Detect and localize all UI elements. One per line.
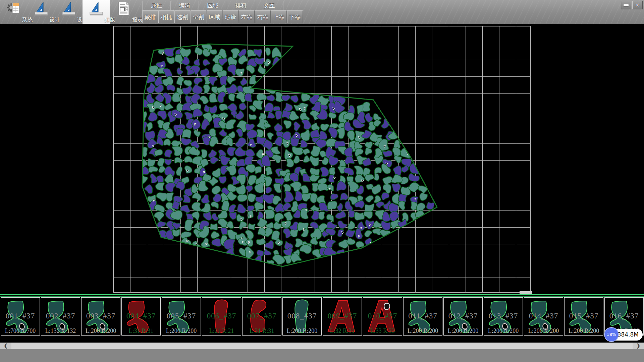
piece-thumbnail-014_#37[interactable]: 014_#37 L:200 R:200	[524, 297, 563, 336]
piece-name: 002_#37	[41, 312, 80, 320]
window-controls: ✕	[621, 1, 643, 9]
piece-thumbnail-011_#37[interactable]: 011_#37 L:200 R:200	[403, 297, 442, 336]
piece-lr-count: L:200 R:200	[565, 327, 603, 335]
leather-hide-nesting	[0, 24, 644, 294]
piece-name: 014_#37	[524, 312, 563, 320]
status-bar	[0, 349, 644, 362]
tool-button-7[interactable]: 左靠	[239, 10, 255, 23]
piece-thumbnail-015_#37[interactable]: 015_#37 L:200 R:200	[564, 297, 603, 336]
horizontal-scrollbar[interactable]: ❮ ❯	[0, 343, 644, 349]
piece-name: 008_#37	[283, 312, 321, 320]
piece-thumbnail-009_#37[interactable]: 009_#37 L:32 R:31	[323, 297, 362, 336]
piece-thumbnail-012_#37[interactable]: 012_#37 L:200 R:200	[443, 297, 483, 336]
app-window: { "window": { "controls": { "minimize": …	[0, 0, 644, 362]
piece-name: 011_#37	[404, 312, 442, 320]
tool-button-6[interactable]: 瑕疵	[223, 10, 238, 23]
tool-button-8[interactable]: 右靠	[255, 10, 271, 23]
main-button-bar: 系统 设计 设置 排版	[0, 0, 138, 24]
piece-lr-count: L:33 R:33	[363, 327, 402, 335]
main-button-4[interactable]: 排版	[83, 0, 110, 24]
piece-name: 007_#37	[243, 312, 281, 320]
panel-top-border-inner	[0, 296, 644, 297]
piece-name: 004_#37	[122, 312, 160, 320]
piece-name: 015_#37	[565, 312, 603, 320]
tool-button-2[interactable]: 相机	[158, 10, 174, 23]
piece-lr-count: L:200 R:200	[524, 327, 563, 335]
menu-button-5[interactable]: 交互	[255, 1, 283, 10]
report-icon	[116, 1, 131, 18]
main-button-2[interactable]: 设计	[28, 0, 55, 24]
menu-button-2[interactable]: 编辑	[171, 1, 199, 10]
piece-lr-count: L:700 R:700	[1, 327, 40, 335]
piece-lr-count: L:31 R:31	[243, 327, 281, 335]
piece-lr-count: L:32 R:31	[323, 327, 362, 335]
memory-usage-badge[interactable]: 38% 384.8M	[606, 329, 643, 341]
piece-thumbnail-010_#37[interactable]: 010_#37 L:33 R:33	[363, 297, 402, 336]
toolbar: 系统 设计 设置 排版	[0, 0, 644, 24]
tool-button-4[interactable]: 全割	[191, 10, 206, 23]
piece-name: 001_#37	[1, 312, 40, 320]
piece-thumbnail-006_#37[interactable]: 006_#37 L:21 R:21	[202, 297, 241, 336]
scroll-right-button[interactable]: ❯	[633, 343, 644, 349]
pieces-panel: 001_#37 L:700 R:700 002_#37 L:132 R:132 …	[0, 294, 644, 343]
piece-name: 006_#37	[202, 312, 241, 320]
piece-thumbnail-004_#37[interactable]: 004_#37 L:31 R:31	[121, 297, 161, 336]
piece-lr-count: L:200 R:200	[444, 327, 482, 335]
minimize-icon	[624, 4, 629, 6]
piece-name: 009_#37	[323, 312, 362, 320]
design-icon	[34, 1, 49, 18]
piece-lr-count: L:200 R:200	[484, 327, 523, 335]
close-icon: ✕	[635, 3, 640, 8]
piece-lr-count: L:200 R:200	[404, 327, 442, 335]
memory-value: 384.8M	[618, 329, 639, 341]
scroll-left-button[interactable]: ❮	[0, 343, 11, 349]
piece-lr-count: L:31 R:31	[122, 327, 160, 335]
canvas-scrollbar-remnant	[520, 291, 532, 294]
piece-name: 010_#37	[363, 312, 402, 320]
piece-name: 012_#37	[444, 312, 482, 320]
tool-button-10[interactable]: 下靠	[287, 10, 303, 23]
piece-lr-count: L:200 R:200	[283, 327, 321, 335]
tool-button-1[interactable]: 聚排	[142, 10, 158, 23]
main-button-1[interactable]: 系统	[0, 0, 28, 24]
minimize-button[interactable]	[621, 1, 631, 9]
tool-button-bar: 聚排相机选割全割区域瑕疵左靠右靠上靠下靠	[142, 10, 303, 23]
tool-button-9[interactable]: 上靠	[271, 10, 287, 23]
close-button[interactable]: ✕	[632, 1, 643, 9]
main-button-3[interactable]: 设置	[55, 0, 83, 24]
piece-name: 003_#37	[82, 312, 120, 320]
piece-thumbnail-list: 001_#37 L:700 R:700 002_#37 L:132 R:132 …	[1, 297, 644, 336]
tool-button-3[interactable]: 选割	[174, 10, 190, 23]
menu-bar: 属性编辑区域排料交互	[142, 1, 283, 10]
piece-thumbnail-003_#37[interactable]: 003_#37 L:200 R:200	[81, 297, 120, 336]
piece-thumbnail-007_#37[interactable]: 007_#37 L:31 R:31	[242, 297, 281, 336]
main-button-5[interactable]: 报表	[110, 0, 138, 24]
panel-top-border	[0, 294, 644, 295]
piece-name: 013_#37	[484, 312, 523, 320]
menu-button-1[interactable]: 属性	[143, 1, 171, 10]
menu-button-4[interactable]: 排料	[227, 1, 255, 10]
layout-icon	[89, 1, 104, 18]
piece-lr-count: L:21 R:21	[202, 327, 241, 335]
cpu-percent-indicator: 38%	[604, 327, 619, 342]
system-icon	[6, 1, 21, 18]
piece-lr-count: L:200 R:200	[82, 327, 120, 335]
piece-name: 016_#37	[605, 312, 643, 320]
piece-lr-count: L:132 R:132	[41, 327, 80, 335]
piece-thumbnail-005_#37[interactable]: 005_#37 L:200 R:200	[162, 297, 201, 336]
nesting-canvas[interactable]	[0, 24, 644, 294]
piece-thumbnail-001_#37[interactable]: 001_#37 L:700 R:700	[1, 297, 40, 336]
piece-lr-count: L:200 R:200	[162, 327, 201, 335]
piece-thumbnail-002_#37[interactable]: 002_#37 L:132 R:132	[41, 297, 80, 336]
piece-thumbnail-013_#37[interactable]: 013_#37 L:200 R:200	[484, 297, 523, 336]
settings-icon	[61, 1, 76, 18]
tool-button-5[interactable]: 区域	[207, 10, 222, 23]
piece-thumbnail-008_#37[interactable]: 008_#37 L:200 R:200	[282, 297, 322, 336]
piece-name: 005_#37	[162, 312, 201, 320]
menu-button-3[interactable]: 区域	[199, 1, 227, 10]
